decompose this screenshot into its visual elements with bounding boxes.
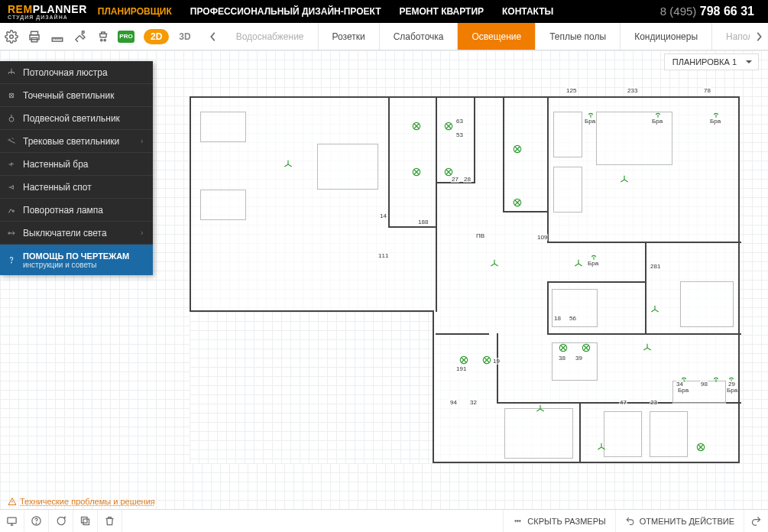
dim-label: 32 [469, 399, 478, 406]
chat-icon[interactable] [49, 510, 73, 532]
light-fixture[interactable] [596, 442, 607, 453]
dim-label: Бра [587, 260, 599, 267]
settings-icon[interactable] [0, 23, 23, 50]
svg-point-12 [11, 262, 12, 263]
tabs-scroll-left[interactable] [204, 23, 222, 50]
trash-icon[interactable] [98, 510, 122, 532]
furniture [553, 112, 582, 157]
light-fixture[interactable] [650, 304, 660, 315]
dim-label: 19 [492, 358, 501, 365]
light-fixture[interactable] [489, 258, 500, 269]
phone-number[interactable]: 8 (495) 798 66 31 [660, 5, 768, 18]
tool-pendant[interactable]: Подвесной светильник [0, 107, 153, 130]
tool-spotlight[interactable]: Точечный светильник [0, 84, 153, 107]
light-fixture[interactable] [512, 197, 523, 208]
marketplace-icon[interactable] [92, 23, 115, 50]
print-icon[interactable] [23, 23, 46, 50]
undo-button[interactable]: ОТМЕНИТЬ ДЕЙСТВИЕ [615, 510, 744, 532]
dim-label: 191 [455, 365, 467, 372]
canvas[interactable]: ПЛАНИРОВКА 1 Потолочная люстра Точечный … [0, 50, 768, 509]
furniture [200, 190, 246, 220]
phone-prefix: 8 (495) [660, 5, 697, 18]
light-fixture[interactable] [581, 342, 591, 353]
nav-contacts[interactable]: КОНТАКТЫ [502, 6, 553, 17]
tabs-scroll-right[interactable] [750, 23, 768, 50]
footer-right: СКРЫТЬ РАЗМЕРЫ ОТМЕНИТЬ ДЕЙСТВИЕ [503, 510, 768, 532]
footer-bar: СКРЫТЬ РАЗМЕРЫ ОТМЕНИТЬ ДЕЙСТВИЕ [0, 509, 768, 532]
redo-icon[interactable] [744, 510, 768, 532]
tech-issues-link[interactable]: Технические проблемы и решения [8, 497, 155, 506]
wallspot-icon [0, 182, 23, 193]
dim-label: 94 [449, 399, 458, 406]
wall [388, 98, 390, 228]
warning-icon [8, 497, 17, 506]
tool-chandelier[interactable]: Потолочная люстра [0, 61, 153, 84]
dim-label: 233 [627, 87, 638, 94]
tab-heating[interactable]: Теплые полы [536, 23, 621, 50]
sconce-icon [0, 159, 23, 170]
brand-logo[interactable]: REMPLANNER СТУДИЯ ДИЗАЙНА [0, 4, 98, 20]
tools-icon[interactable] [69, 23, 92, 50]
light-fixture[interactable] [535, 404, 546, 414]
wall [645, 242, 646, 335]
nav-renovation[interactable]: РЕМОНТ КВАРТИР [399, 6, 484, 17]
wall [547, 281, 549, 335]
tool-track[interactable]: Трековые светильники › [0, 130, 153, 153]
nav-pro-design[interactable]: ПРОФЕССИОНАЛЬНЫЙ ДИЗАЙН-ПРОЕКТ [190, 6, 381, 17]
light-fixture[interactable] [619, 174, 630, 185]
tab-water[interactable]: Водоснабжение [222, 23, 319, 50]
wall [436, 98, 437, 312]
tool-swivel[interactable]: Поворотная лампа [0, 199, 153, 222]
tab-lowcurrent[interactable]: Слаботочка [380, 23, 459, 50]
tool-switches[interactable]: Выключатели света › [0, 222, 153, 245]
ruler-icon[interactable] [46, 23, 69, 50]
view-3d[interactable]: 3D [172, 29, 197, 44]
svg-point-6 [101, 39, 102, 41]
view-toggle: 2D 3D [144, 29, 198, 44]
floorplan-cutout [190, 310, 434, 463]
fullscreen-icon[interactable] [0, 510, 24, 532]
tab-lighting[interactable]: Освещение [458, 23, 536, 50]
wall [503, 98, 504, 212]
svg-point-16 [36, 523, 37, 524]
copy-icon[interactable] [73, 510, 98, 532]
light-fixture[interactable] [443, 121, 454, 131]
dim-label: ПВ [475, 232, 485, 239]
tab-ac[interactable]: Кондиционеры [621, 23, 712, 50]
plan-selector[interactable]: ПЛАНИРОВКА 1 [664, 54, 759, 70]
pro-badge[interactable]: PRO [115, 23, 138, 50]
light-fixture[interactable] [411, 121, 422, 131]
furniture [504, 408, 573, 459]
light-fixture[interactable] [695, 442, 706, 453]
dim-label: 281 [650, 263, 661, 270]
light-fixture[interactable] [558, 342, 569, 353]
light-fixture[interactable] [711, 373, 721, 384]
svg-rect-14 [8, 517, 16, 524]
light-fixture[interactable] [411, 167, 422, 177]
light-fixture[interactable] [642, 342, 653, 353]
light-fixture[interactable] [573, 258, 584, 269]
tool-sconce[interactable]: Настенный бра [0, 153, 153, 176]
switch-icon [0, 228, 23, 238]
view-2d[interactable]: 2D [144, 29, 169, 44]
tab-flooring[interactable]: Напол [712, 23, 750, 50]
furniture [650, 411, 688, 457]
help-circle-icon[interactable] [24, 510, 49, 532]
tool-label: Поворотная лампа [23, 205, 153, 216]
wall [547, 98, 549, 243]
light-fixture[interactable] [459, 355, 469, 365]
dim-label: 38 [558, 355, 566, 362]
tool-wallspot[interactable]: Настенный спот [0, 176, 153, 199]
hide-sizes-button[interactable]: СКРЫТЬ РАЗМЕРЫ [503, 510, 614, 532]
light-fixture[interactable] [481, 355, 492, 365]
tool-help[interactable]: ПОМОЩЬ ПО ЧЕРТЕЖАМ инструкции и советы [0, 245, 153, 275]
tab-sockets[interactable]: Розетки [319, 23, 380, 50]
floorplan[interactable]: 125 233 78 63 53 27 28 14 188 111 109 28… [190, 96, 740, 463]
wall [474, 98, 475, 182]
light-fixture[interactable] [512, 144, 523, 154]
furniture [553, 167, 582, 212]
light-fixture[interactable] [283, 159, 293, 170]
lighting-tool-panel: Потолочная люстра Точечный светильник По… [0, 61, 153, 275]
dim-label: 53 [455, 131, 464, 138]
nav-planner[interactable]: ПЛАНИРОВЩИК [98, 6, 172, 17]
